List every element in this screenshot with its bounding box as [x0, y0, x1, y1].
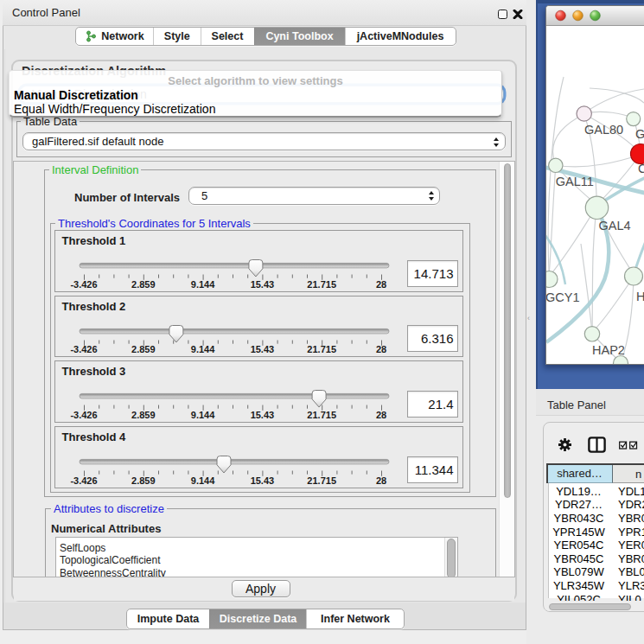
svg-text:GAL11: GAL11	[556, 175, 594, 188]
svg-text:H: H	[636, 290, 644, 303]
svg-text:GA: GA	[635, 127, 644, 141]
svg-text:GAL80: GAL80	[584, 123, 623, 137]
svg-text:GCY1: GCY1	[546, 290, 580, 304]
svg-text:HAP2: HAP2	[592, 343, 625, 357]
svg-text:C: C	[638, 162, 644, 175]
svg-text:GAL4: GAL4	[599, 219, 631, 233]
